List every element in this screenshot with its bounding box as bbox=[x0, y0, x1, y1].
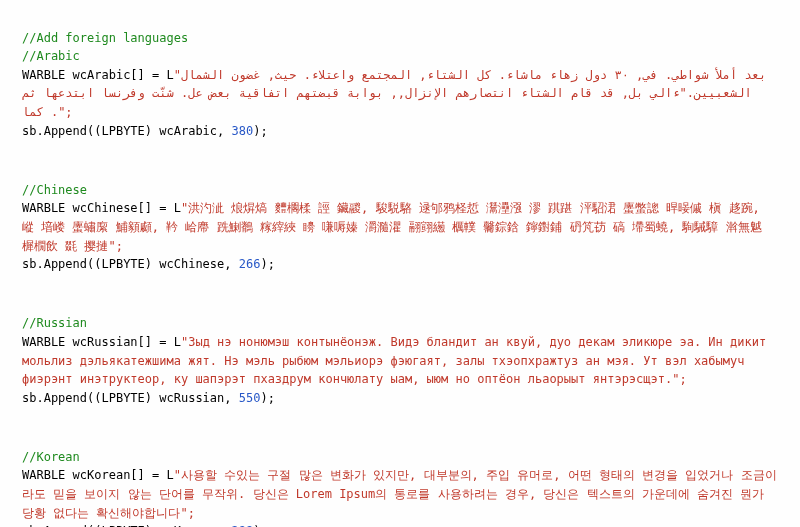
comment-russian: //Russian bbox=[22, 316, 87, 330]
append-chinese-post: ); bbox=[260, 257, 274, 271]
comment-korean: //Korean bbox=[22, 450, 80, 464]
append-russian-post: ); bbox=[260, 391, 274, 405]
code-block-arabic: //Add foreign languages //Arabic WARBLE … bbox=[22, 10, 778, 140]
comment-header: //Add foreign languages bbox=[22, 31, 188, 45]
code-block-russian: //Russian WARBLE wcRussian[] = L"Зыд нэ … bbox=[22, 296, 778, 408]
append-arabic-pre: sb.Append((LPBYTE) wcArabic, bbox=[22, 124, 232, 138]
decl-korean: WARBLE wcKorean[] = L bbox=[22, 468, 174, 482]
num-chinese: 266 bbox=[239, 257, 261, 271]
decl-arabic: WARBLE wcArabic[] = L bbox=[22, 68, 174, 82]
decl-chinese: WARBLE wcChinese[] = L bbox=[22, 201, 181, 215]
comment-arabic: //Arabic bbox=[22, 49, 80, 63]
num-arabic: 380 bbox=[232, 124, 254, 138]
append-russian-pre: sb.Append((LPBYTE) wcRussian, bbox=[22, 391, 239, 405]
append-chinese-pre: sb.Append((LPBYTE) wcChinese, bbox=[22, 257, 239, 271]
comment-chinese: //Chinese bbox=[22, 183, 87, 197]
decl-russian: WARBLE wcRussian[] = L bbox=[22, 335, 181, 349]
code-block-chinese: //Chinese WARBLE wcChinese[] = L"洪汋泚 烺焺熇… bbox=[22, 162, 778, 274]
append-arabic-post: ); bbox=[253, 124, 267, 138]
code-block-korean: //Korean WARBLE wcKorean[] = L"사용할 수있는 구… bbox=[22, 429, 778, 527]
num-russian: 550 bbox=[239, 391, 261, 405]
